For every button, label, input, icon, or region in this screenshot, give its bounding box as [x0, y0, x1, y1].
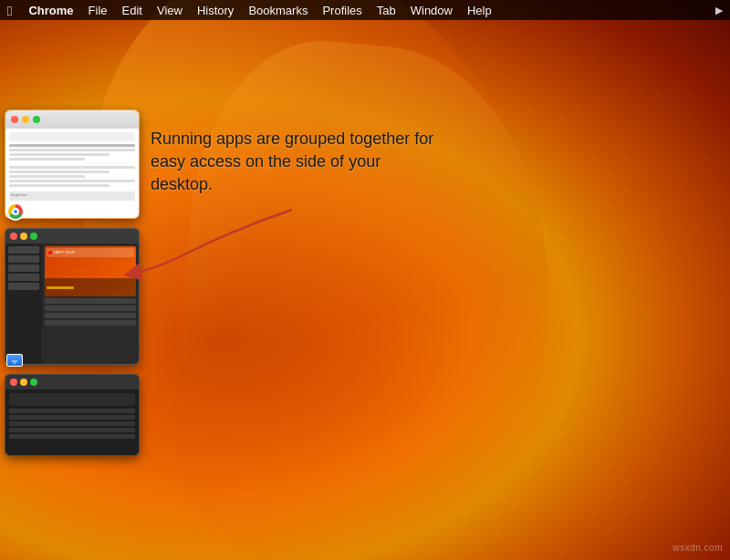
menubar:  Chrome File Edit View History Bookmark…: [0, 0, 730, 20]
traffic-light-yellow: [22, 116, 29, 123]
finder-row-2: [9, 415, 135, 420]
mail-window-thumbnail[interactable]: HAPPY HOUR: [5, 228, 140, 365]
mail-list-4: [45, 320, 136, 326]
mail-sidebar-item-5: [8, 283, 39, 290]
apple-menu-icon[interactable]: : [7, 3, 12, 18]
chrome-toolbar-mini: [9, 132, 135, 141]
mail-tl-yellow: [20, 233, 27, 240]
mail-window-body: HAPPY HOUR: [5, 244, 139, 364]
mail-list-1: [45, 298, 136, 304]
finder-top-bar: [9, 393, 135, 406]
mail-list-3: [45, 313, 136, 318]
chrome-content-line-7: [9, 175, 85, 178]
chrome-window-body: Google Docs: [5, 129, 139, 218]
finder-window-thumbnail[interactable]: [5, 374, 140, 456]
menubar-bookmarks[interactable]: Bookmarks: [241, 4, 315, 17]
mail-image-preview: HAPPY HOUR: [45, 246, 136, 296]
mail-image-overlay: [45, 278, 136, 296]
mail-app-icon: [6, 354, 23, 367]
traffic-light-red: [11, 116, 18, 123]
menubar-profiles[interactable]: Profiles: [315, 4, 369, 17]
mail-app-group[interactable]: HAPPY HOUR: [5, 228, 140, 365]
chrome-content-line-6: [9, 171, 110, 173]
traffic-light-green: [33, 116, 40, 123]
menubar-view[interactable]: View: [150, 4, 190, 17]
menubar-right-arrow: ▶: [715, 5, 723, 16]
chrome-app-group[interactable]: Google Docs: [5, 109, 140, 219]
mail-list-2: [45, 306, 136, 311]
mail-sidebar-item-4: [8, 274, 39, 281]
mail-content-mini: HAPPY HOUR: [42, 244, 139, 364]
menubar-chrome[interactable]: Chrome: [21, 4, 80, 17]
mail-sidebar-item-2: [8, 255, 39, 263]
finder-tl-red: [10, 379, 17, 386]
mail-sidebar-item-1: [8, 246, 39, 254]
menubar-help[interactable]: Help: [460, 4, 499, 17]
finder-row-1: [9, 409, 135, 413]
chrome-content-line-8: [9, 180, 135, 182]
chrome-app-icon: [6, 202, 25, 221]
menubar-window[interactable]: Window: [403, 4, 460, 17]
chrome-titlebar: [5, 110, 139, 129]
mail-tl-red: [10, 233, 17, 240]
menubar-edit[interactable]: Edit: [115, 4, 150, 17]
chrome-footer-mini: Google Docs: [9, 192, 135, 201]
finder-titlebar: [5, 375, 139, 389]
finder-tl-green: [30, 379, 37, 386]
finder-tl-yellow: [20, 379, 27, 386]
menubar-tab[interactable]: Tab: [370, 4, 403, 17]
chrome-content-line-2: [9, 149, 135, 151]
mail-titlebar: [5, 229, 139, 244]
chrome-content-line-1: [9, 144, 135, 147]
app-group-sidebar: Google Docs: [5, 109, 140, 456]
chrome-content-line-5: [9, 166, 135, 169]
finder-row-4: [9, 428, 135, 432]
menubar-history[interactable]: History: [190, 4, 241, 17]
chrome-content-line-4: [9, 158, 85, 161]
chrome-window-thumbnail[interactable]: Google Docs: [5, 109, 140, 219]
finder-window-body: [5, 389, 139, 444]
finder-row-5: [9, 434, 135, 439]
mail-sidebar-mini: [5, 244, 42, 364]
menubar-file[interactable]: File: [81, 4, 115, 17]
chrome-content-line-3: [9, 153, 110, 156]
watermark: wsxdn.com: [673, 543, 723, 553]
chrome-content-line-9: [9, 184, 110, 187]
mail-tl-green: [30, 233, 37, 240]
annotation-text-block: Running apps are grouped together for ea…: [151, 128, 443, 197]
finder-app-group[interactable]: [5, 374, 140, 456]
finder-row-3: [9, 421, 135, 426]
chrome-icon-center: [12, 208, 19, 215]
mail-sidebar-item-3: [8, 264, 39, 272]
